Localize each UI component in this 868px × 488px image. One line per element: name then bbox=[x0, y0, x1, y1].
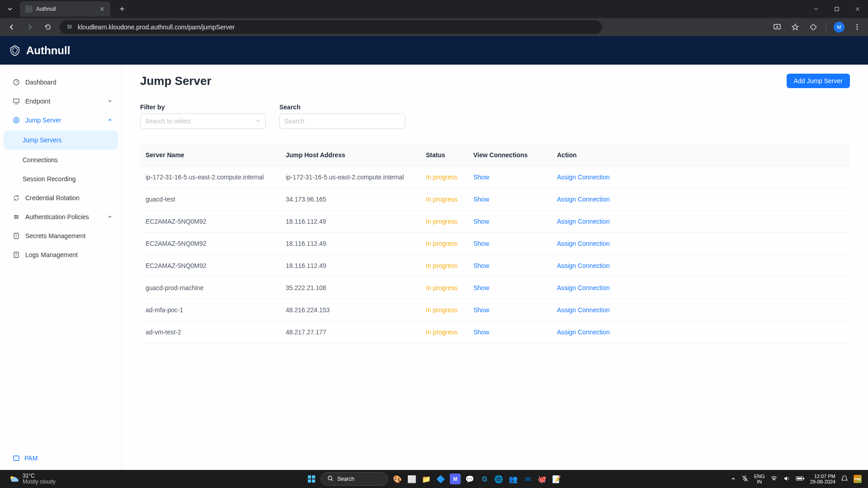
taskbar-app-vscode[interactable]: ⧉ bbox=[479, 474, 490, 484]
extensions-icon[interactable] bbox=[808, 22, 819, 33]
window-controls bbox=[806, 0, 868, 18]
tray-notifications-icon[interactable] bbox=[841, 475, 848, 483]
assign-connection-link[interactable]: Assign Connection bbox=[557, 174, 610, 181]
sidebar-item-jump-server[interactable]: Jump Server bbox=[0, 111, 122, 130]
sidebar-item-label: Credential Rotation bbox=[25, 194, 80, 202]
taskbar-app-taskview[interactable]: ⬜ bbox=[406, 474, 417, 484]
show-link[interactable]: Show bbox=[473, 284, 489, 291]
address-bar[interactable]: kloudlearn.kloudone.prod.authnull.com/pa… bbox=[60, 20, 602, 34]
show-link[interactable]: Show bbox=[473, 240, 489, 247]
cell-host-address: 34.173.96.165 bbox=[280, 188, 420, 211]
site-settings-icon[interactable] bbox=[66, 23, 73, 32]
cell-view-connections: Show bbox=[468, 233, 552, 255]
add-jump-server-button[interactable]: Add Jump Server bbox=[787, 74, 850, 88]
sidebar-footer-label: PAM bbox=[24, 455, 38, 462]
taskbar-app-outlook[interactable]: ✉ bbox=[522, 474, 533, 484]
new-tab-button[interactable]: + bbox=[116, 3, 128, 15]
forward-button[interactable] bbox=[24, 21, 36, 33]
tray-wifi-icon[interactable] bbox=[770, 475, 778, 483]
cell-server-name: EC2AMAZ-5NQ0M92 bbox=[140, 233, 280, 255]
show-link[interactable]: Show bbox=[473, 218, 489, 225]
browser-tab[interactable]: Authnull ✕ bbox=[20, 1, 110, 17]
taskbar-app-gitkraken[interactable]: 🐙 bbox=[537, 474, 547, 484]
svg-point-6 bbox=[857, 24, 858, 26]
sidebar-item-logs[interactable]: Logs Management bbox=[0, 245, 122, 264]
show-link[interactable]: Show bbox=[473, 262, 489, 269]
browser-tab-bar: Authnull ✕ + bbox=[0, 0, 868, 18]
sidebar-subitem-connections[interactable]: Connections bbox=[0, 150, 122, 169]
show-link[interactable]: Show bbox=[473, 328, 489, 336]
browser-menu-icon[interactable] bbox=[852, 22, 863, 33]
sidebar-footer-pam[interactable]: PAM bbox=[0, 446, 122, 470]
show-link[interactable]: Show bbox=[473, 306, 489, 314]
tray-mic-muted-icon[interactable] bbox=[741, 475, 749, 483]
cell-host-address: 35.222.21.108 bbox=[280, 277, 420, 299]
table-row: EC2AMAZ-5NQ0M9218.116.112.49In progressS… bbox=[140, 255, 850, 277]
minimize-button[interactable] bbox=[806, 0, 826, 18]
install-app-icon[interactable] bbox=[772, 22, 783, 33]
assign-connection-link[interactable]: Assign Connection bbox=[557, 284, 610, 291]
cell-status: In progress bbox=[420, 321, 468, 343]
sidebar-item-endpoint[interactable]: Endpoint bbox=[0, 92, 122, 111]
taskbar-weather[interactable]: 31°C Mostly cloudy bbox=[0, 473, 56, 485]
chevron-down-icon bbox=[107, 213, 113, 221]
show-link[interactable]: Show bbox=[473, 196, 489, 203]
url-text: kloudlearn.kloudone.prod.authnull.com/pa… bbox=[78, 23, 235, 31]
reload-button[interactable] bbox=[42, 21, 54, 33]
svg-point-14 bbox=[17, 216, 18, 217]
policies-icon bbox=[13, 213, 20, 221]
taskbar-app-obsidian[interactable]: 🔷 bbox=[435, 474, 446, 484]
tray-clock[interactable]: 12:07 PM 29-08-2024 bbox=[810, 474, 835, 484]
maximize-button[interactable] bbox=[826, 0, 847, 18]
sidebar-item-secrets[interactable]: Secrets Management bbox=[0, 226, 122, 245]
svg-rect-28 bbox=[797, 478, 802, 479]
bookmark-icon[interactable] bbox=[790, 22, 801, 33]
assign-connection-link[interactable]: Assign Connection bbox=[557, 262, 610, 269]
tray-battery-icon[interactable] bbox=[796, 476, 805, 483]
taskbar-app-copilot[interactable]: 🎨 bbox=[392, 474, 403, 484]
profile-avatar[interactable]: M bbox=[834, 22, 844, 33]
cell-action: Assign Connection bbox=[552, 321, 850, 343]
taskbar-app-chrome[interactable]: 🌐 bbox=[493, 474, 504, 484]
main-content: Jump Server Add Jump Server Filter by Se… bbox=[122, 65, 868, 470]
close-window-button[interactable] bbox=[847, 0, 868, 18]
search-input[interactable] bbox=[279, 113, 405, 129]
col-server-name: Server Name bbox=[140, 144, 280, 166]
svg-point-4 bbox=[68, 27, 70, 28]
tray-overflow-icon[interactable] bbox=[731, 476, 736, 483]
taskbar-app-whatsapp[interactable]: 💬 bbox=[464, 474, 475, 484]
start-button[interactable] bbox=[306, 474, 317, 484]
assign-connection-link[interactable]: Assign Connection bbox=[557, 240, 610, 247]
sidebar-item-auth-policies[interactable]: Authentication Policies bbox=[0, 207, 122, 226]
tab-list-dropdown[interactable] bbox=[4, 3, 16, 15]
svg-point-13 bbox=[14, 215, 15, 216]
svg-point-3 bbox=[71, 26, 72, 27]
tray-phonelink-icon[interactable]: PRE bbox=[854, 475, 862, 483]
filter-select[interactable]: Search to select bbox=[140, 113, 266, 129]
taskbar-app-teams[interactable]: 👥 bbox=[508, 474, 519, 484]
assign-connection-link[interactable]: Assign Connection bbox=[557, 306, 610, 314]
svg-rect-18 bbox=[14, 456, 19, 460]
close-icon[interactable]: ✕ bbox=[99, 5, 105, 13]
tray-language[interactable]: ENG IN bbox=[754, 474, 765, 484]
taskbar-app-m[interactable]: M bbox=[450, 474, 461, 484]
taskbar-app-notepad[interactable]: 📝 bbox=[551, 474, 562, 484]
col-status: Status bbox=[420, 144, 468, 166]
assign-connection-link[interactable]: Assign Connection bbox=[557, 328, 610, 336]
sidebar-subitem-session-recording[interactable]: Session Recording bbox=[0, 169, 122, 188]
tray-volume-icon[interactable] bbox=[783, 475, 790, 483]
cell-server-name: ad-vm-test-2 bbox=[140, 321, 280, 343]
taskbar-search[interactable]: Search bbox=[321, 472, 388, 486]
back-button[interactable] bbox=[5, 21, 18, 33]
sidebar-subitem-jump-servers[interactable]: Jump Servers bbox=[4, 131, 118, 150]
taskbar-app-explorer[interactable]: 📁 bbox=[421, 474, 432, 484]
sidebar-item-credential-rotation[interactable]: Credential Rotation bbox=[0, 188, 122, 207]
assign-connection-link[interactable]: Assign Connection bbox=[557, 218, 610, 225]
cell-action: Assign Connection bbox=[552, 277, 850, 299]
show-link[interactable]: Show bbox=[473, 174, 489, 181]
tab-title: Authnull bbox=[36, 6, 96, 12]
sidebar-item-dashboard[interactable]: Dashboard bbox=[0, 73, 122, 92]
svg-rect-10 bbox=[14, 99, 19, 103]
chevron-down-icon bbox=[7, 6, 13, 12]
assign-connection-link[interactable]: Assign Connection bbox=[557, 196, 610, 203]
